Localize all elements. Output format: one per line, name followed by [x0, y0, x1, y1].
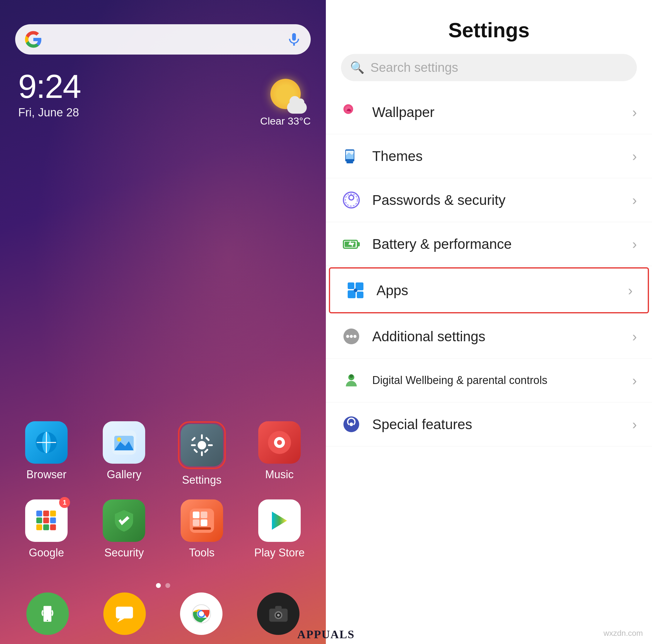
browser-label: Browser — [26, 468, 66, 481]
battery-icon — [341, 234, 362, 254]
svg-rect-34 — [201, 520, 207, 526]
search-settings-bar[interactable]: 🔍 Search settings — [341, 54, 637, 81]
passwords-text: Passwords & security — [372, 192, 632, 208]
settings-item-passwords[interactable]: Passwords & security › — [326, 178, 652, 222]
themes-icon — [341, 146, 362, 166]
app-item-settings[interactable]: Settings — [165, 421, 239, 486]
settings-item-wallpaper[interactable]: Wallpaper › — [326, 90, 652, 134]
weather-cloud — [287, 102, 307, 114]
additional-icon — [341, 326, 362, 347]
bottom-dock — [9, 592, 317, 635]
special-label: Special features — [372, 416, 472, 432]
dock-chrome-icon[interactable] — [180, 592, 222, 635]
svg-rect-22 — [50, 511, 56, 516]
themes-label: Themes — [372, 148, 423, 164]
wallpaper-text: Wallpaper — [372, 104, 632, 120]
dot-1 — [156, 583, 161, 588]
app-grid-row2: 1 Google Security — [9, 499, 317, 559]
svg-rect-13 — [191, 437, 196, 442]
svg-point-46 — [277, 614, 280, 616]
svg-rect-47 — [275, 606, 281, 609]
apps-chevron: › — [628, 282, 633, 299]
playstore-icon — [258, 499, 301, 542]
wellbeing-label: Digital Wellbeing & parental controls — [372, 374, 547, 386]
passwords-label: Passwords & security — [372, 192, 506, 208]
svg-rect-16 — [193, 449, 198, 453]
settings-highlight — [178, 421, 226, 469]
settings-item-special[interactable]: Special features › — [326, 402, 652, 446]
gallery-label: Gallery — [107, 468, 141, 481]
battery-chevron: › — [632, 236, 637, 252]
app-item-google[interactable]: 1 Google — [9, 499, 84, 559]
settings-header: Settings — [326, 0, 652, 51]
settings-item-wellbeing[interactable]: Digital Wellbeing & parental controls › — [326, 359, 652, 402]
google-icon: 1 — [25, 499, 67, 542]
svg-rect-33 — [193, 520, 199, 526]
battery-text: Battery & performance — [372, 236, 632, 252]
wallpaper-icon — [341, 102, 362, 122]
dock-phone-icon[interactable] — [26, 592, 69, 635]
svg-rect-60 — [348, 282, 354, 289]
svg-rect-11 — [191, 444, 196, 446]
passwords-icon — [341, 190, 362, 210]
additional-label: Additional settings — [372, 329, 485, 344]
additional-chevron: › — [632, 328, 637, 344]
page-dots — [156, 583, 170, 588]
dock-messages-icon[interactable] — [103, 592, 146, 635]
tools-icon — [181, 499, 223, 542]
svg-point-19 — [277, 440, 282, 445]
weather-icon — [270, 79, 301, 109]
app-item-browser[interactable]: Browser — [9, 421, 84, 486]
app-item-playstore[interactable]: Play Store — [242, 499, 317, 559]
google-search-bar[interactable] — [15, 24, 311, 55]
settings-item-additional[interactable]: Additional settings › — [326, 314, 652, 359]
battery-label: Battery & performance — [372, 236, 512, 252]
dock-camera-icon[interactable] — [257, 592, 299, 635]
svg-rect-27 — [43, 524, 49, 530]
app-item-tools[interactable]: Tools — [165, 499, 239, 559]
special-icon — [341, 414, 362, 435]
svg-rect-26 — [36, 524, 42, 530]
wallpaper-chevron: › — [632, 104, 637, 120]
svg-rect-23 — [36, 517, 42, 523]
music-icon — [258, 421, 301, 464]
tools-label: Tools — [189, 547, 215, 559]
additional-text: Additional settings — [372, 328, 632, 344]
svg-point-66 — [346, 335, 349, 338]
svg-marker-39 — [117, 618, 125, 622]
time-text: 9:24 — [18, 70, 81, 103]
settings-item-themes[interactable]: Themes › — [326, 134, 652, 178]
settings-item-apps[interactable]: Apps › — [329, 267, 649, 313]
svg-point-64 — [354, 288, 357, 292]
app-item-gallery[interactable]: Gallery — [87, 421, 161, 486]
apps-label: Apps — [377, 282, 408, 298]
wellbeing-icon — [341, 370, 362, 391]
svg-rect-35 — [193, 527, 211, 530]
settings-item-battery[interactable]: Battery & performance › — [326, 222, 652, 266]
themes-chevron: › — [632, 148, 637, 164]
weather-widget: Clear 33°C — [260, 79, 311, 127]
svg-rect-57 — [357, 242, 360, 246]
svg-rect-32 — [201, 511, 207, 518]
app-item-security[interactable]: Security — [87, 499, 161, 559]
svg-point-42 — [199, 611, 204, 616]
wellbeing-chevron: › — [632, 372, 637, 389]
security-icon — [103, 499, 145, 542]
gallery-icon — [103, 421, 145, 464]
date-text: Fri, June 28 — [18, 106, 81, 119]
themes-text: Themes — [372, 148, 632, 164]
security-label: Security — [104, 547, 144, 559]
svg-rect-20 — [36, 511, 42, 516]
time-display: 9:24 Fri, June 28 — [18, 70, 81, 119]
svg-rect-51 — [347, 162, 353, 163]
svg-rect-24 — [43, 517, 49, 523]
app-grid-row1: Browser Gallery — [9, 421, 317, 486]
svg-rect-38 — [116, 607, 133, 618]
settings-label: Settings — [182, 474, 222, 486]
appuals-logo: APPUALS — [326, 627, 355, 641]
app-item-music[interactable]: Music — [242, 421, 317, 486]
settings-screen: Settings 🔍 Search settings Wallpaper › — [326, 0, 652, 644]
svg-rect-31 — [193, 511, 199, 518]
svg-point-8 — [198, 441, 206, 449]
svg-rect-12 — [208, 444, 213, 446]
